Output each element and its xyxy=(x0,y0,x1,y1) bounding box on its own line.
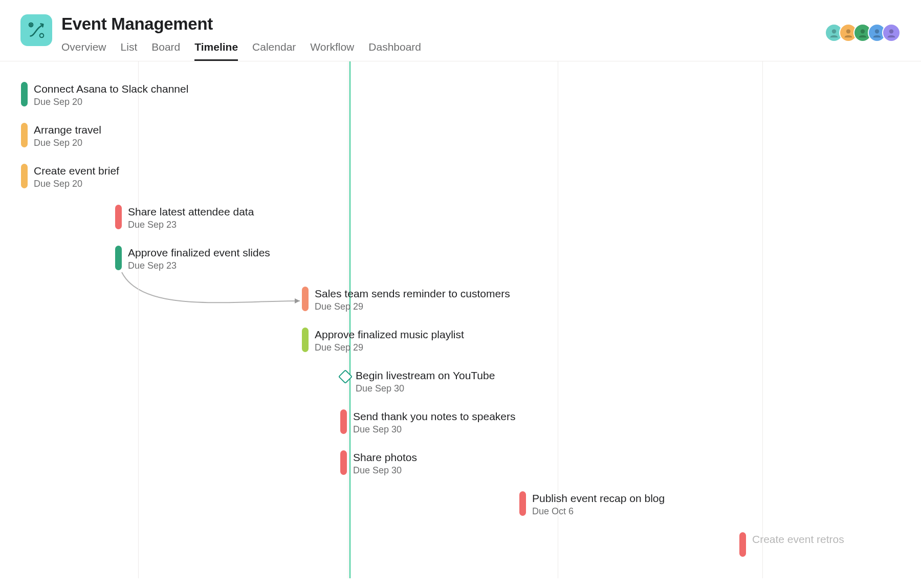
task-due: Due Sep 20 xyxy=(34,138,101,148)
task-text: Begin livestream on YouTubeDue Sep 30 xyxy=(356,368,495,394)
task-due: Due Sep 23 xyxy=(128,220,254,230)
task-due: Due Sep 30 xyxy=(356,383,495,394)
task-title: Arrange travel xyxy=(34,123,101,137)
task-title: Begin livestream on YouTube xyxy=(356,368,495,382)
task-1[interactable]: Arrange travelDue Sep 20 xyxy=(21,123,101,148)
task-text: Send thank you notes to speakersDue Sep … xyxy=(353,409,516,435)
task-title: Share latest attendee data xyxy=(128,205,254,219)
task-title: Send thank you notes to speakers xyxy=(353,409,516,423)
header: Event Management OverviewListBoardTimeli… xyxy=(0,0,921,61)
task-7[interactable]: Begin livestream on YouTubeDue Sep 30 xyxy=(340,368,495,394)
task-title: Share photos xyxy=(353,450,417,464)
milestone-icon xyxy=(338,369,353,384)
task-pill xyxy=(302,287,309,311)
svg-point-3 xyxy=(40,34,44,38)
tab-overview[interactable]: Overview xyxy=(61,41,106,61)
task-text: Arrange travelDue Sep 20 xyxy=(34,123,101,148)
task-text: Sales team sends reminder to customersDu… xyxy=(315,287,510,312)
task-0[interactable]: Connect Asana to Slack channelDue Sep 20 xyxy=(21,82,188,107)
task-text: Share latest attendee dataDue Sep 23 xyxy=(128,205,254,230)
svg-point-8 xyxy=(889,29,893,33)
task-text: Create event retros xyxy=(752,532,844,546)
project-glyph-icon xyxy=(27,20,46,40)
tab-workflow[interactable]: Workflow xyxy=(310,41,354,61)
task-pill xyxy=(21,164,28,188)
task-title: Connect Asana to Slack channel xyxy=(34,82,188,96)
task-due: Due Sep 20 xyxy=(34,179,119,189)
task-9[interactable]: Share photosDue Sep 30 xyxy=(340,450,417,476)
timeline-canvas[interactable]: Connect Asana to Slack channelDue Sep 20… xyxy=(0,61,921,578)
task-pill xyxy=(739,532,746,557)
svg-point-7 xyxy=(875,29,879,33)
gridline xyxy=(138,61,139,578)
task-title: Create event retros xyxy=(752,532,844,546)
task-due: Due Sep 23 xyxy=(128,260,270,271)
task-pill xyxy=(21,123,28,147)
task-due: Due Sep 29 xyxy=(315,301,510,312)
task-title: Sales team sends reminder to customers xyxy=(315,287,510,300)
task-4[interactable]: Approve finalized event slidesDue Sep 23 xyxy=(115,246,270,271)
task-due: Due Sep 29 xyxy=(315,342,464,353)
gridline xyxy=(348,61,348,578)
task-11[interactable]: Create event retros xyxy=(739,532,844,557)
task-title: Approve finalized music playlist xyxy=(315,328,464,341)
tab-calendar[interactable]: Calendar xyxy=(252,41,296,61)
avatar-4[interactable] xyxy=(882,24,901,42)
task-pill xyxy=(340,409,347,434)
task-text: Share photosDue Sep 30 xyxy=(353,450,417,476)
task-6[interactable]: Approve finalized music playlistDue Sep … xyxy=(302,328,464,353)
task-pill xyxy=(21,82,28,106)
task-10[interactable]: Publish event recap on blogDue Oct 6 xyxy=(519,491,665,517)
task-title: Publish event recap on blog xyxy=(532,491,665,505)
task-pill xyxy=(302,328,309,352)
task-pill xyxy=(340,450,347,475)
svg-point-6 xyxy=(861,29,865,33)
today-line xyxy=(349,61,350,578)
project-icon xyxy=(20,14,52,46)
tab-list[interactable]: List xyxy=(121,41,138,61)
svg-point-4 xyxy=(832,29,836,33)
gridline xyxy=(762,61,763,578)
header-main: Event Management OverviewListBoardTimeli… xyxy=(61,14,829,61)
task-due: Due Oct 6 xyxy=(532,506,665,517)
avatar-stack[interactable] xyxy=(829,14,901,42)
task-text: Connect Asana to Slack channelDue Sep 20 xyxy=(34,82,188,107)
task-text: Create event briefDue Sep 20 xyxy=(34,164,119,189)
task-text: Publish event recap on blogDue Oct 6 xyxy=(532,491,665,517)
task-due: Due Sep 30 xyxy=(353,424,516,435)
tab-timeline[interactable]: Timeline xyxy=(194,41,238,61)
project-title: Event Management xyxy=(61,14,829,34)
task-title: Create event brief xyxy=(34,164,119,178)
task-text: Approve finalized event slidesDue Sep 23 xyxy=(128,246,270,271)
task-due: Due Sep 20 xyxy=(34,97,188,107)
svg-point-5 xyxy=(846,29,850,33)
tabs: OverviewListBoardTimelineCalendarWorkflo… xyxy=(61,41,829,61)
task-pill xyxy=(115,205,122,229)
task-5[interactable]: Sales team sends reminder to customersDu… xyxy=(302,287,510,312)
task-text: Approve finalized music playlistDue Sep … xyxy=(315,328,464,353)
task-8[interactable]: Send thank you notes to speakersDue Sep … xyxy=(340,409,516,435)
task-3[interactable]: Share latest attendee dataDue Sep 23 xyxy=(115,205,254,230)
tab-board[interactable]: Board xyxy=(151,41,180,61)
task-due: Due Sep 30 xyxy=(353,465,417,476)
task-pill xyxy=(519,491,526,516)
task-2[interactable]: Create event briefDue Sep 20 xyxy=(21,164,119,189)
task-title: Approve finalized event slides xyxy=(128,246,270,259)
tab-dashboard[interactable]: Dashboard xyxy=(368,41,421,61)
task-pill xyxy=(115,246,122,270)
